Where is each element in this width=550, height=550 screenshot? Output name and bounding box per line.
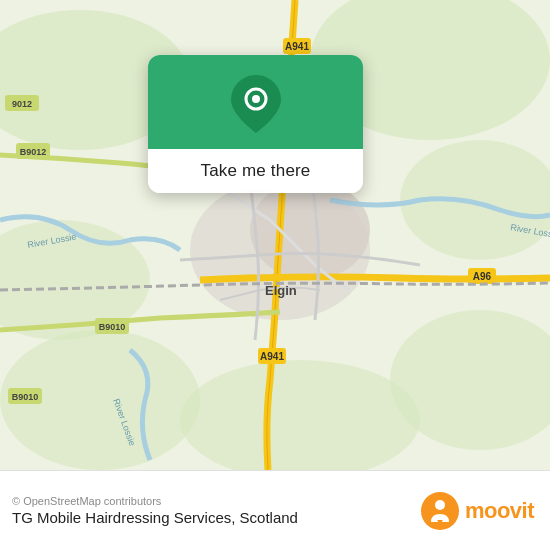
take-me-there-button[interactable]: Take me there — [201, 161, 311, 181]
svg-text:A941: A941 — [260, 351, 284, 362]
svg-point-30 — [421, 492, 459, 530]
popup-triangle — [246, 192, 266, 193]
svg-point-9 — [250, 180, 370, 280]
popup-button-section[interactable]: Take me there — [148, 149, 363, 193]
svg-point-29 — [252, 95, 260, 103]
bottom-info: © OpenStreetMap contributors TG Mobile H… — [12, 495, 298, 526]
svg-text:B9010: B9010 — [12, 392, 39, 402]
moovit-brand-text: moovit — [465, 498, 534, 524]
osm-credit: © OpenStreetMap contributors — [12, 495, 298, 507]
svg-text:9012: 9012 — [12, 99, 32, 109]
svg-point-31 — [435, 500, 445, 510]
map-view: River Lossie River Lossie River Lossie A… — [0, 0, 550, 470]
svg-text:Elgin: Elgin — [265, 283, 297, 298]
popup-green-header — [148, 55, 363, 149]
svg-text:B9010: B9010 — [99, 322, 126, 332]
moovit-logo[interactable]: moovit — [421, 492, 534, 530]
bottom-bar: © OpenStreetMap contributors TG Mobile H… — [0, 470, 550, 550]
svg-text:B9012: B9012 — [20, 147, 47, 157]
moovit-brand-icon — [421, 492, 459, 530]
popup-card: Take me there — [148, 55, 363, 193]
location-pin-icon — [229, 77, 283, 131]
svg-text:A941: A941 — [285, 41, 309, 52]
svg-text:A96: A96 — [473, 271, 492, 282]
place-name: TG Mobile Hairdressing Services, Scotlan… — [12, 509, 298, 526]
